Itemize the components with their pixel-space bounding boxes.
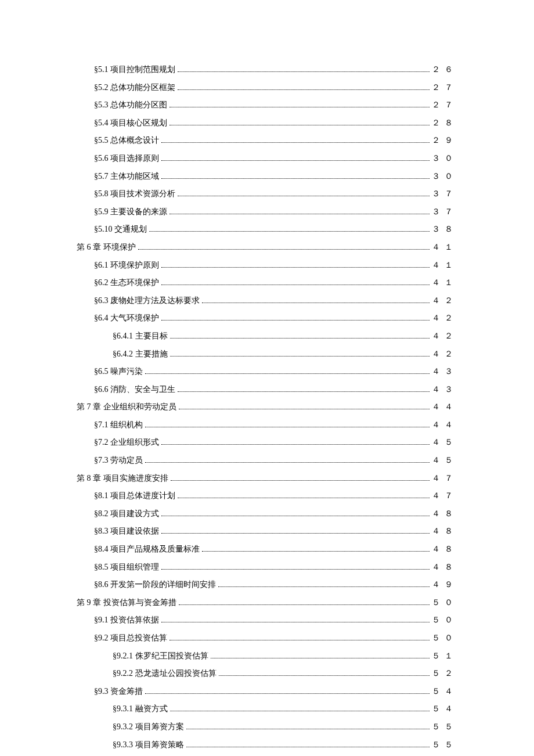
- toc-page-number: ２９: [432, 135, 457, 146]
- toc-leader-dots: [202, 551, 430, 552]
- toc-leader-dots: [219, 675, 430, 676]
- toc-entry: §5.8 项目技术资源分析３７: [77, 188, 457, 200]
- toc-label: §8.4 项目产品规格及质量标准: [94, 543, 200, 555]
- toc-page-number: ４７: [432, 473, 457, 484]
- toc-page-number: ２７: [432, 99, 457, 111]
- toc-label: §6.3 废物处理方法及达标要求: [94, 295, 200, 307]
- toc-entry: §9.2.2 恐龙遗址公园投资估算５２: [77, 668, 457, 679]
- toc-leader-dots: [178, 89, 430, 90]
- toc-page-number: ５４: [432, 686, 457, 697]
- toc-label: §9.2 项目总投资估算: [94, 632, 167, 644]
- toc-label: §5.2 总体功能分区框架: [94, 82, 175, 93]
- toc-leader-dots: [161, 267, 430, 268]
- toc-leader-dots: [161, 622, 430, 622]
- toc-leader-dots: [178, 71, 430, 72]
- toc-entry: §8.3 项目建设依据４８: [77, 525, 457, 537]
- toc-label: §8.6 开发第一阶段的详细时间安排: [94, 579, 216, 591]
- toc-page-number: ４５: [432, 455, 457, 466]
- toc-page-number: ４８: [432, 525, 457, 537]
- toc-leader-dots: [170, 356, 430, 357]
- toc-label: §9.1 投资估算依据: [94, 614, 159, 626]
- toc-leader-dots: [179, 409, 430, 409]
- toc-page-number: ３８: [432, 224, 457, 235]
- toc-leader-dots: [169, 640, 430, 640]
- toc-page-number: ３７: [432, 188, 457, 200]
- toc-label: §8.2 项目建设方式: [94, 508, 159, 520]
- toc-leader-dots: [186, 747, 430, 747]
- toc-page-number: ５５: [432, 739, 457, 751]
- toc-leader-dots: [202, 303, 430, 303]
- toc-entry: §9.2.1 侏罗纪王国投资估算５１: [77, 650, 457, 662]
- toc-leader-dots: [169, 125, 430, 125]
- toc-leader-dots: [178, 196, 430, 196]
- toc-entry: §6.5 噪声污染４３: [77, 366, 457, 377]
- toc-entry: §6.2 生态环境保护４１: [77, 277, 457, 289]
- toc-leader-dots: [138, 249, 430, 250]
- toc-entry: §5.10 交通规划３８: [77, 224, 457, 235]
- toc-page-number: ５５: [432, 721, 457, 733]
- toc-entry: §5.7 主体功能区域３０: [77, 171, 457, 182]
- toc-leader-dots: [170, 711, 430, 711]
- toc-page-number: ５０: [432, 597, 457, 609]
- toc-entry: §6.6 消防、安全与卫生４３: [77, 384, 457, 395]
- toc-entry: §6.4.2 主要措施４２: [77, 348, 457, 360]
- toc-entry: §6.4.1 主要目标４２: [77, 330, 457, 342]
- toc-entry: §8.6 开发第一阶段的详细时间安排４９: [77, 579, 457, 591]
- toc-leader-dots: [145, 462, 430, 463]
- toc-label: §7.2 企业组织形式: [94, 437, 159, 448]
- toc-leader-dots: [161, 569, 430, 570]
- toc-page-number: ４４: [432, 419, 457, 431]
- toc-page-number: ５４: [432, 703, 457, 715]
- toc-entry: §6.4 大气环境保护４２: [77, 312, 457, 324]
- toc-entry: §8.5 项目组织管理４８: [77, 561, 457, 573]
- toc-entry: §9.1 投资估算依据５０: [77, 614, 457, 626]
- toc-label: §6.2 生态环境保护: [94, 277, 159, 289]
- toc-leader-dots: [149, 231, 430, 232]
- toc-label: §6.5 噪声污染: [94, 366, 143, 377]
- toc-entry: §6.3 废物处理方法及达标要求４２: [77, 295, 457, 307]
- toc-page-number: ２６: [432, 64, 457, 75]
- toc-leader-dots: [161, 160, 430, 161]
- toc-page-number: ３７: [432, 206, 457, 218]
- toc-leader-dots: [170, 338, 430, 339]
- toc-page-number: ４１: [432, 277, 457, 289]
- toc-label: §5.10 交通规划: [94, 224, 147, 235]
- toc-leader-dots: [161, 285, 430, 285]
- toc-page-number: ２８: [432, 117, 457, 129]
- toc-entry: §8.1 项目总体进度计划４７: [77, 490, 457, 502]
- toc-leader-dots: [178, 391, 430, 392]
- toc-label: §8.5 项目组织管理: [94, 561, 159, 573]
- toc-leader-dots: [179, 604, 430, 605]
- toc-label: §8.1 项目总体进度计划: [94, 490, 175, 502]
- toc-page-number: ５１: [432, 650, 457, 662]
- toc-entry: §8.2 项目建设方式４８: [77, 508, 457, 520]
- toc-entry: §5.9 主要设备的来源３７: [77, 206, 457, 218]
- toc-entry: 第 9 章 投资估算与资金筹措５０: [77, 597, 457, 609]
- toc-label: §5.7 主体功能区域: [94, 171, 159, 182]
- toc-label: §5.6 项目选择原则: [94, 153, 159, 164]
- toc-entry: §9.3.1 融资方式５４: [77, 703, 457, 715]
- toc-entry: §5.3 总体功能分区图２７: [77, 99, 457, 111]
- toc-entry: §9.3.3 项目筹资策略５５: [77, 739, 457, 751]
- toc-label: 第 6 章 环境保护: [77, 242, 136, 253]
- toc-label: §9.2.1 侏罗纪王国投资估算: [113, 650, 208, 662]
- toc-leader-dots: [161, 516, 430, 516]
- toc-leader-dots: [169, 214, 430, 214]
- table-of-contents: §5.1 项目控制范围规划２６§5.2 总体功能分区框架２７§5.3 总体功能分…: [77, 64, 457, 756]
- toc-entry: §5.2 总体功能分区框架２７: [77, 82, 457, 93]
- toc-label: §9.3.1 融资方式: [113, 703, 168, 715]
- toc-label: §9.3.3 项目筹资策略: [113, 739, 184, 751]
- toc-leader-dots: [161, 533, 430, 534]
- toc-entry: §9.3 资金筹措５４: [77, 686, 457, 697]
- toc-entry: 第 7 章 企业组织和劳动定员４４: [77, 401, 457, 413]
- toc-page-number: ４２: [432, 330, 457, 342]
- toc-entry: §8.4 项目产品规格及质量标准４８: [77, 543, 457, 555]
- toc-label: §6.4 大气环境保护: [94, 312, 159, 324]
- toc-label: 第 9 章 投资估算与资金筹措: [77, 597, 176, 609]
- toc-page-number: ４３: [432, 366, 457, 377]
- toc-page-number: ４５: [432, 437, 457, 448]
- toc-label: §5.9 主要设备的来源: [94, 206, 167, 218]
- toc-label: §8.3 项目建设依据: [94, 525, 159, 537]
- toc-entry: §5.4 项目核心区规划２８: [77, 117, 457, 129]
- toc-page-number: ５２: [432, 668, 457, 679]
